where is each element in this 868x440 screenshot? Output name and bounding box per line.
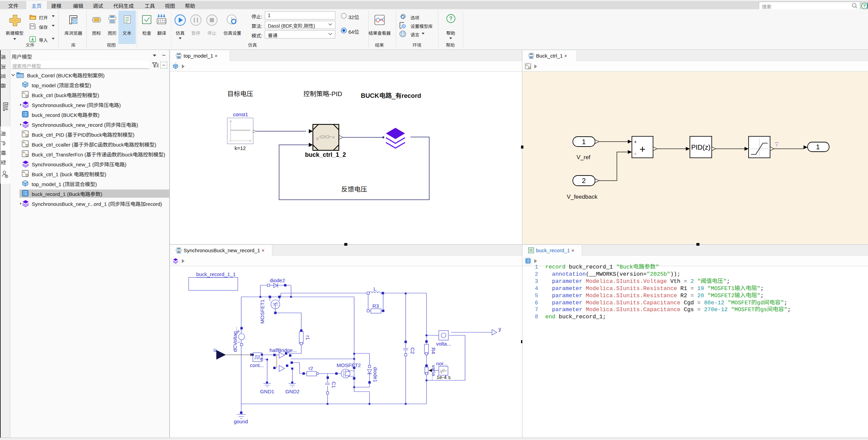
svg-text:k=12: k=12 [235,145,246,151]
svg-text:C2: C2 [410,347,416,354]
svg-text:+: + [639,143,646,155]
svg-text:+: + [634,139,637,145]
svg-text:-: - [634,151,636,156]
svg-text:cont...: cont... [250,362,264,368]
svg-text:diode2: diode2 [270,277,285,283]
svg-text:?: ? [863,3,866,9]
svg-text:V_feedback: V_feedback [567,194,597,200]
svg-text:gound: gound [234,419,248,424]
svg-text:varia...: varia... [431,365,437,380]
svg-text:目标电压: 目标电压 [227,90,253,97]
svg-text:控制策略-PID: 控制策略-PID [303,90,342,97]
svg-text:1: 1 [816,143,820,151]
svg-text:1e-4 s: 1e-4 s [436,374,451,380]
svg-text:MOSFET2: MOSFET2 [337,362,361,368]
svg-text:?: ? [449,16,453,21]
svg-text:1: 1 [582,138,585,146]
svg-text:2: 2 [582,177,585,184]
svg-text:u: u [214,347,217,353]
svg-text:R3: R3 [372,303,379,309]
svg-text:反馈电压: 反馈电压 [341,186,367,193]
svg-text:C1: C1 [331,381,337,388]
svg-text:V_ref: V_ref [577,154,591,161]
svg-text:y: y [498,326,501,332]
svg-text:r2: r2 [308,365,313,371]
svg-text:R4: R4 [431,347,436,354]
svg-text:halfBridge...: halfBridge... [270,347,297,353]
svg-text:buck_record_1_1: buck_record_1_1 [196,271,236,277]
svg-text:nor...: nor... [436,361,447,366]
svg-text:GND1: GND1 [260,389,274,394]
svg-text:GND2: GND2 [285,389,300,394]
svg-text:MOSFET1: MOSFET1 [259,300,265,324]
svg-text:dCVoltag...: dCVoltag... [232,327,238,352]
svg-text:diode1: diode1 [373,367,378,382]
svg-text:L: L [374,286,376,292]
svg-text:buck_ctrl_1_2: buck_ctrl_1_2 [305,151,346,158]
svg-text:const1: const1 [233,111,248,117]
svg-text:volta...: volta... [436,341,451,347]
svg-text:r1: r1 [305,335,311,340]
svg-text:PID(z): PID(z) [691,143,711,151]
